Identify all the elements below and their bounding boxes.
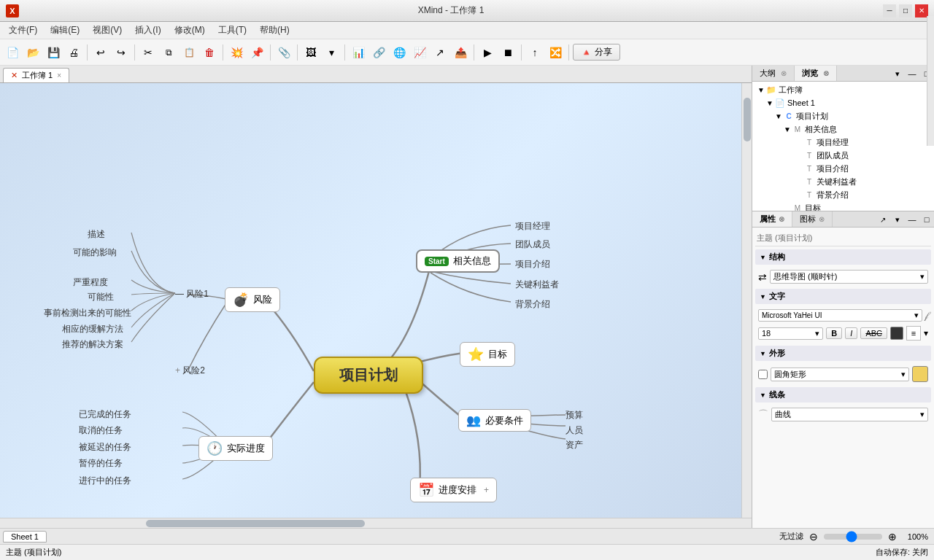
xiangguan-node[interactable]: Start 相关信息 (416, 249, 500, 273)
main-tab[interactable]: ✕ 工作簿 1 × (3, 68, 69, 82)
tree-toggle-workbook[interactable]: ▼ (757, 85, 765, 94)
tb-print[interactable]: 🖨 (64, 43, 83, 62)
tree-toggle-sheet1[interactable]: ▼ (765, 98, 774, 107)
tb-table[interactable]: 📊 (349, 43, 368, 62)
tb-open[interactable]: 📂 (23, 43, 42, 62)
tb-undo[interactable]: ↩ (91, 43, 110, 62)
tb-redo[interactable]: ↪ (112, 43, 131, 62)
tree-sheet1[interactable]: ▼ 📄 Sheet 1 (754, 96, 933, 109)
tb-copy[interactable]: ⧉ (159, 43, 178, 62)
section-text[interactable]: ▼ 文字 (755, 289, 931, 304)
tb-paste[interactable]: 📋 (180, 43, 198, 62)
align-btn[interactable]: ≡ (906, 326, 921, 341)
tree-guanjianlizhe[interactable]: ▶ T 关键利益者 (754, 175, 933, 188)
tb-cut[interactable]: ✂ (139, 43, 158, 62)
renyuan-node[interactable]: 人员 (566, 424, 583, 437)
section-structure[interactable]: ▼ 结构 (755, 249, 931, 265)
scrollbar-h[interactable] (0, 518, 752, 528)
tb-image-drop[interactable]: ▾ (322, 43, 341, 62)
tree-mubiao[interactable]: ▶ M 目标 (754, 201, 933, 211)
close-button[interactable]: ✕ (915, 4, 928, 18)
icons-tab-close[interactable]: ⊗ (819, 215, 825, 223)
section-line[interactable]: ▼ 线条 (755, 387, 931, 402)
font-size-select[interactable]: 18 ▾ (758, 327, 823, 340)
tree-xiangmujieshao[interactable]: ▶ T 项目介绍 (754, 162, 933, 175)
tb-save[interactable]: 💾 (44, 43, 63, 62)
center-node[interactable]: 项目计划 (314, 357, 423, 394)
tb-new[interactable]: 📄 (3, 43, 22, 62)
line-select[interactable]: 曲线 ▾ (771, 408, 928, 421)
text-color-box[interactable] (890, 327, 903, 340)
fengxian1-node[interactable]: — 风险1 (175, 288, 209, 300)
zoom-slider[interactable] (824, 534, 882, 540)
menu-modify[interactable]: 修改(M) (169, 23, 211, 38)
prop-menu-btn[interactable]: ▾ (890, 211, 905, 228)
tb-stop[interactable]: ⏹ (498, 43, 517, 62)
jinxing-node[interactable]: 进行中的任务 (79, 475, 131, 487)
tab-properties[interactable]: 属性 ⊗ (752, 211, 792, 227)
browse-tab[interactable]: 浏览 ⊗ (795, 66, 837, 81)
menu-edit[interactable]: 编辑(E) (45, 23, 85, 38)
wancheng-node[interactable]: 已完成的任务 (79, 408, 131, 421)
tb-chart[interactable]: 📈 (410, 43, 429, 62)
section-shape[interactable]: ▼ 外形 (755, 346, 931, 361)
tree-toggle-xmjhua[interactable]: ▼ (774, 112, 783, 120)
tb-link[interactable]: 🔗 (369, 43, 388, 62)
menu-view[interactable]: 视图(V) (87, 23, 128, 38)
tree-bejingjieshao[interactable]: ▶ T 背景介绍 (754, 188, 933, 201)
biyao-node[interactable]: 👥 必要条件 (458, 409, 531, 432)
tb-export[interactable]: 📤 (451, 43, 470, 62)
shape-color[interactable] (912, 366, 928, 382)
tb-globe[interactable]: 🌐 (390, 43, 409, 62)
tree-xiangguan[interactable]: ▼ M 相关信息 (754, 122, 933, 136)
tb-bomb[interactable]: 💥 (227, 43, 246, 62)
fengxian-node[interactable]: 💣 风险 (225, 287, 280, 312)
zichan-node[interactable]: 资产 (566, 439, 583, 451)
structure-select[interactable]: 思维导图 (顺时针) ▾ (770, 270, 928, 284)
prop-min-btn[interactable]: — (905, 211, 919, 228)
maximize-button[interactable]: □ (899, 4, 912, 18)
kenengxing-node[interactable]: 可能性 (88, 291, 114, 303)
shape-checkbox[interactable] (758, 370, 768, 379)
zanting-node[interactable]: 暂停的任务 (79, 457, 123, 470)
font-select[interactable]: Microsoft YaHei UI ▾ (758, 309, 922, 322)
tb-delete[interactable]: 🗑 (200, 43, 219, 62)
panel-menu-btn[interactable]: ▾ (890, 66, 905, 82)
qianjian-node[interactable]: 事前检测出来的可能性 (44, 307, 131, 319)
yusuan-node[interactable]: 预算 (566, 409, 583, 421)
quxiao-node[interactable]: 取消的任务 (79, 424, 123, 437)
sheet-tab-1[interactable]: Sheet 1 (3, 531, 47, 542)
prop-max-btn[interactable]: □ (919, 211, 934, 228)
jiejue-node[interactable]: 推荐的解决方案 (62, 338, 123, 351)
minimize-button[interactable]: ─ (883, 4, 896, 18)
fengxian2-plus[interactable]: + (175, 365, 180, 376)
tb-image[interactable]: 🖼 (301, 43, 320, 62)
guanjianlizhe-node[interactable]: 关键利益者 (515, 279, 559, 291)
menu-tools[interactable]: 工具(T) (212, 23, 252, 38)
yanchi-node[interactable]: 被延迟的任务 (79, 441, 131, 454)
tb-up[interactable]: ↑ (525, 43, 544, 62)
outline-tab-close[interactable]: ⊗ (781, 69, 787, 77)
jindu-node[interactable]: 📅 进度安排 + (410, 478, 497, 502)
scrollbar-v[interactable] (741, 83, 752, 518)
zoom-plus[interactable]: ⊕ (888, 531, 897, 542)
scroll-thumb-v[interactable] (744, 98, 751, 141)
tree-toggle-xiangguan[interactable]: ▼ (783, 125, 792, 133)
shape-select[interactable]: 圆角矩形 ▾ (771, 368, 909, 381)
jindu-plus[interactable]: + (484, 485, 489, 495)
share-button[interactable]: 🔺 分享 (573, 44, 620, 61)
menu-help[interactable]: 帮助(H) (254, 23, 296, 38)
tb-attach[interactable]: 📎 (274, 43, 293, 62)
browse-tab-close[interactable]: ⊗ (823, 69, 829, 77)
tree-tuandui[interactable]: ▶ T 团队成员 (754, 149, 933, 162)
fengxian2-node[interactable]: + 风险2 (175, 365, 205, 377)
shiji-node[interactable]: 🕐 实际进度 (198, 436, 273, 461)
outline-tab[interactable]: 大纲 ⊗ (752, 66, 795, 81)
miaoshu-node[interactable]: 描述 (88, 228, 105, 241)
prop-tab-close[interactable]: ⊗ (779, 215, 784, 223)
zoom-minus[interactable]: ⊖ (809, 531, 818, 542)
tree-workbook[interactable]: ▼ 📁 工作簿 (754, 83, 933, 96)
tuandui-node[interactable]: 团队成员 (515, 238, 550, 251)
tb-shuffle[interactable]: 🔀 (546, 43, 565, 62)
tb-note[interactable]: 📌 (247, 43, 266, 62)
